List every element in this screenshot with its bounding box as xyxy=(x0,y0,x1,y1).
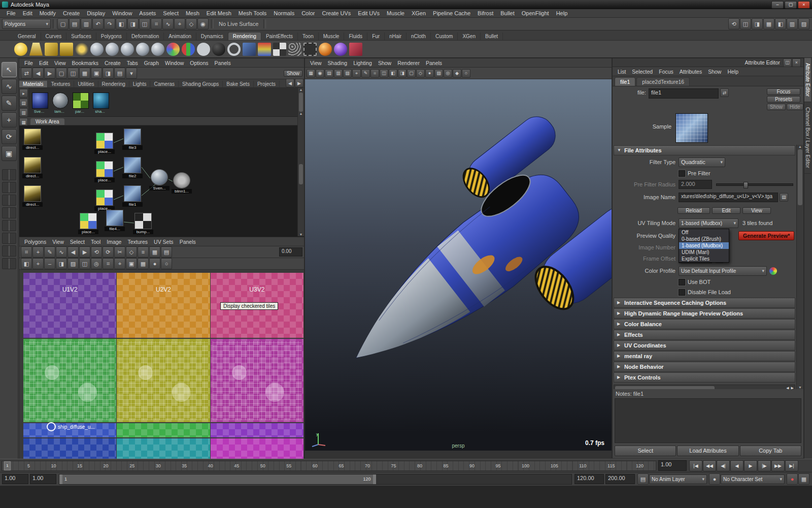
layout-hypershade-persp-button[interactable] xyxy=(2,220,16,231)
swap-connection-icon[interactable]: ⇄ xyxy=(720,88,729,97)
auto-keyframe-icon[interactable]: ● xyxy=(787,473,798,485)
hide-button[interactable]: Hide xyxy=(787,104,803,110)
pre-filter-radius-field[interactable]: 2.000 xyxy=(679,180,712,189)
sidebar-tool-settings-icon[interactable]: ▥ xyxy=(787,18,798,29)
hypershade-tab[interactable]: Rendering xyxy=(98,81,129,87)
attribute-editor-menu-item[interactable]: Focus xyxy=(656,69,676,75)
edit-button[interactable]: Edit xyxy=(712,207,740,214)
hypershade-tab[interactable]: Shading Groups xyxy=(179,81,223,87)
add-selected-icon[interactable]: + xyxy=(32,258,44,269)
hs-clear-graph-icon[interactable]: ▢ xyxy=(56,68,67,79)
shelf-tab[interactable]: Fluids xyxy=(344,33,367,40)
load-attributes-button[interactable]: Load Attributes xyxy=(677,446,738,456)
menubar-item[interactable]: Edit UVs xyxy=(354,10,383,16)
surface-shader-icon[interactable] xyxy=(197,43,210,56)
select-by-hierarchy-icon[interactable]: ◧ xyxy=(116,18,127,29)
hypershade-tab[interactable]: Lights xyxy=(129,81,151,87)
hypershade-menu-item[interactable]: Window xyxy=(162,60,187,66)
hs-duplicate-icon[interactable]: ▣ xyxy=(91,68,102,79)
checker-texture-icon[interactable] xyxy=(273,43,286,56)
shelf-tab[interactable]: Polygons xyxy=(96,33,127,40)
shading-node[interactable]: file4... xyxy=(105,210,125,231)
env-ball-icon[interactable] xyxy=(319,43,332,56)
animation-preferences-icon[interactable]: ▦ xyxy=(798,473,809,485)
shelf-tab[interactable]: PaintEffects xyxy=(261,33,298,40)
viewport-menu-item[interactable]: Renderer xyxy=(394,60,423,66)
menubar-item[interactable]: Select xyxy=(159,10,182,16)
menubar-item[interactable]: Bifrost xyxy=(474,10,497,16)
undo-icon[interactable]: ↶ xyxy=(92,18,104,29)
attribute-editor-menu-item[interactable]: Show xyxy=(705,69,724,75)
uv-editor-menu-item[interactable]: Image xyxy=(104,239,124,245)
material-swatch[interactable]: par... xyxy=(70,90,90,114)
layout-custom-button[interactable] xyxy=(2,258,16,269)
panel-close-icon[interactable]: × xyxy=(792,58,801,67)
dim-image-icon[interactable]: ◎ xyxy=(91,258,102,269)
directional-light-icon[interactable] xyxy=(45,43,58,56)
character-set-dropdown[interactable]: No Character Set ▾ xyxy=(721,474,785,484)
move-and-sew-icon[interactable]: ▦ xyxy=(149,246,160,258)
character-set-icon[interactable]: ● xyxy=(709,473,720,485)
hs-output-connections-icon[interactable]: ▶ xyxy=(44,68,55,79)
generate-preview-button[interactable]: Generate Preview* xyxy=(738,231,794,240)
viewport-canvas[interactable]: y persp 0.7 fps xyxy=(305,79,612,451)
save-scene-icon[interactable]: ▥ xyxy=(81,18,92,29)
select-camera-icon[interactable]: ▦ xyxy=(307,69,315,78)
layered-shader-icon[interactable] xyxy=(166,43,180,56)
phong-e-material-icon[interactable] xyxy=(151,43,164,56)
select-by-component-icon[interactable]: ◫ xyxy=(139,18,150,29)
select-button[interactable]: Select xyxy=(615,446,676,456)
hypershade-show-button[interactable]: Show xyxy=(284,70,302,77)
hs-input-output-connections-icon[interactable]: ⇄ xyxy=(21,68,32,79)
rotate-uv-ccw-icon[interactable]: ⟲ xyxy=(91,246,102,258)
flip-u-icon[interactable]: ◀ xyxy=(67,246,79,258)
shading-node[interactable]: place... xyxy=(94,161,115,182)
color-wheel-icon[interactable] xyxy=(769,267,777,275)
material-swatch[interactable]: sha... xyxy=(90,90,110,114)
menubar-item[interactable]: OpenFlight xyxy=(518,10,553,16)
point-light-icon[interactable] xyxy=(14,43,27,56)
move-tool[interactable]: + xyxy=(2,112,17,128)
menubar-item[interactable]: Create UVs xyxy=(318,10,354,16)
hypershade-menu-item[interactable]: Bookmarks xyxy=(69,60,102,66)
2d-pan-zoom-icon[interactable]: ⌖ xyxy=(352,69,361,78)
shelf-tab[interactable]: Custom xyxy=(431,33,458,40)
env-sphere-icon[interactable] xyxy=(334,43,347,56)
uv-smudge-tool-icon[interactable]: ✎ xyxy=(44,246,55,258)
scroll-right-icon[interactable]: ▶ xyxy=(790,386,795,389)
render-icon[interactable]: ◫ xyxy=(740,18,751,29)
viewport-menu-item[interactable]: Show xyxy=(375,60,394,66)
uv-editor-menu-item[interactable]: Panels xyxy=(177,239,199,245)
collapsed-section-header[interactable]: ▶ Effects xyxy=(614,330,795,340)
uv-tile[interactable]: U1V2 xyxy=(23,273,116,338)
viewport-menu-item[interactable]: Shading xyxy=(325,60,351,66)
viewport-menu-item[interactable]: View xyxy=(307,60,325,66)
layout-persp-outliner-button[interactable] xyxy=(2,195,16,206)
sidebar-attribute-editor-icon[interactable]: ◧ xyxy=(775,18,786,29)
uv-editor-menu-item[interactable]: UV Sets xyxy=(151,239,177,245)
menubar-item[interactable]: Bullet xyxy=(497,10,518,16)
filter-type-dropdown[interactable]: Quadratic ▾ xyxy=(679,157,725,167)
layout-persp-uv-button[interactable] xyxy=(2,233,16,244)
make-live-icon[interactable]: ◉ xyxy=(197,18,209,29)
uv-canvas[interactable]: Display checkered tiles U1V2 U2V2 U3V2 s… xyxy=(19,270,304,463)
layout-persp-graph-button[interactable] xyxy=(2,207,16,218)
hs-graph-materials-icon[interactable]: ◫ xyxy=(67,68,79,79)
hypershade-menu-item[interactable]: Create xyxy=(101,60,124,66)
popup-option[interactable]: 0-based (ZBrush) xyxy=(679,236,729,242)
use-bot-checkbox[interactable] xyxy=(679,279,685,285)
image-name-field[interactable]: xtures\tiled\ship_diffuse_u<U>_v<V>.tga xyxy=(679,193,778,202)
focus-button[interactable]: Focus xyxy=(767,88,800,95)
paint-effects-icon[interactable] xyxy=(349,43,362,56)
step-back-frame-button[interactable]: ◀◀ xyxy=(703,460,716,471)
file-texture-icon[interactable] xyxy=(243,43,256,56)
popup-option[interactable]: 1-based (Mudbox) xyxy=(679,242,729,249)
tab-scroll-right-icon[interactable]: ▶ xyxy=(295,79,303,87)
maximize-button[interactable]: ▢ xyxy=(785,1,797,9)
hs-input-connections-icon[interactable]: ◀ xyxy=(32,68,44,79)
display-checkered-tiles-icon[interactable]: ▦ xyxy=(138,258,149,269)
section-file-attributes[interactable]: ▼ File Attributes xyxy=(614,145,795,155)
shading-node[interactable]: Sven... xyxy=(149,169,170,190)
attribute-editor-menu-item[interactable]: List xyxy=(615,69,629,75)
current-frame-field[interactable]: 1.00 xyxy=(658,460,687,471)
